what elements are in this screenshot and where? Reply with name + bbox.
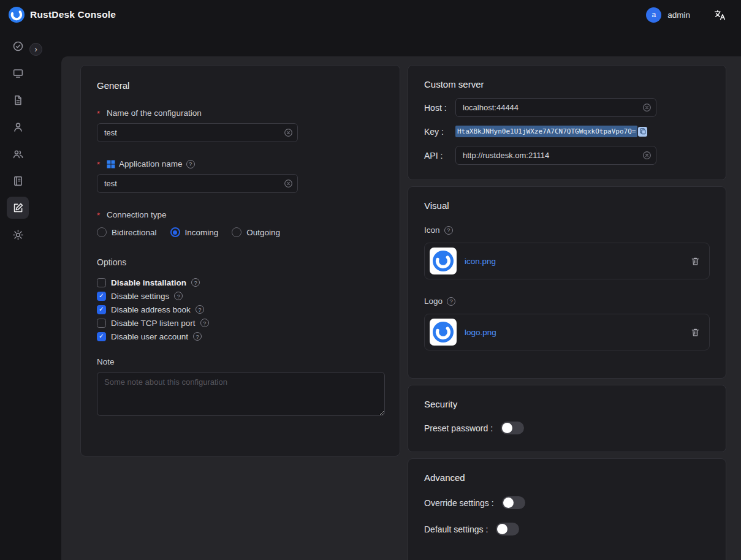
topbar: RustDesk Console a admin xyxy=(0,0,741,29)
config-name-input-wrap xyxy=(97,123,298,142)
host-label: Host : xyxy=(424,103,455,113)
checkbox-box[interactable]: ✓ xyxy=(97,305,106,314)
host-row: Host : xyxy=(424,98,710,117)
preset-password-toggle[interactable] xyxy=(501,422,524,434)
checkbox-box[interactable]: ✓ xyxy=(97,278,106,287)
visual-title: Visual xyxy=(424,200,710,211)
copy-icon[interactable] xyxy=(638,127,647,137)
preset-password-row: Preset password : xyxy=(424,422,710,434)
app-name-label: Application name xyxy=(97,159,384,168)
radio-outgoing[interactable]: Outgoing xyxy=(232,227,280,237)
icon-file-box: icon.png xyxy=(424,243,710,279)
help-icon[interactable] xyxy=(186,160,195,168)
trash-icon[interactable] xyxy=(690,327,701,338)
help-icon[interactable] xyxy=(193,332,202,341)
general-title: General xyxy=(97,80,384,91)
note-textarea[interactable] xyxy=(97,372,385,416)
api-label: API : xyxy=(424,151,455,161)
config-name-input[interactable] xyxy=(97,123,298,142)
key-value[interactable]: HtaXBkJNHyn0e1U1jWXze7A7CN7QTGWqxkOtpaVp… xyxy=(455,126,637,137)
key-label: Key : xyxy=(424,127,455,137)
preset-password-label: Preset password : xyxy=(424,423,493,433)
radio-circle[interactable] xyxy=(170,227,180,237)
general-card: General Name of the configuration Applic… xyxy=(80,65,400,456)
logo-label: Logo xyxy=(424,297,710,306)
sidebar-item-status[interactable] xyxy=(7,35,29,57)
app-name-input-wrap xyxy=(97,174,298,193)
security-title: Security xyxy=(424,399,710,409)
radio-bidirectional[interactable]: Bidirectional xyxy=(97,227,157,237)
note-label: Note xyxy=(97,357,384,366)
sidebar-item-groups[interactable] xyxy=(7,143,29,165)
icon-label: Icon xyxy=(424,225,710,235)
override-settings-row: Override settings : xyxy=(424,496,710,509)
user-name[interactable]: admin xyxy=(667,10,690,20)
override-settings-toggle[interactable] xyxy=(502,496,525,509)
checkbox-box[interactable]: ✓ xyxy=(97,292,106,301)
custom-server-card: Custom server Host : Key : HtaXBkJNHyn0e… xyxy=(408,65,726,180)
checkbox-box[interactable]: ✓ xyxy=(97,319,106,328)
sidebar-item-users[interactable] xyxy=(7,116,29,138)
key-row: Key : HtaXBkJNHyn0e1U1jWXze7A7CN7QTGWqxk… xyxy=(424,126,710,137)
logo-filename-link[interactable]: logo.png xyxy=(465,328,496,337)
clear-icon[interactable] xyxy=(642,103,652,112)
icon-filename-link[interactable]: icon.png xyxy=(465,257,496,266)
sidebar-item-logs[interactable] xyxy=(7,170,29,192)
clear-icon[interactable] xyxy=(284,128,293,137)
checkbox-disable-settings[interactable]: ✓ Disable settings xyxy=(97,291,384,301)
translate-icon[interactable] xyxy=(713,9,726,21)
brand: RustDesk Console xyxy=(9,7,116,23)
options-label: Options xyxy=(97,257,384,267)
host-input-wrap xyxy=(455,98,656,117)
api-row: API : xyxy=(424,146,710,165)
host-input[interactable] xyxy=(455,98,656,117)
app-name-input[interactable] xyxy=(97,174,298,193)
default-settings-label: Default settings : xyxy=(424,524,488,534)
sidebar-item-custom-client[interactable] xyxy=(7,197,29,219)
avatar[interactable]: a xyxy=(646,7,661,23)
key-value-box: HtaXBkJNHyn0e1U1jWXze7A7CN7QTGWqxkOtpaVp… xyxy=(455,126,647,137)
clear-icon[interactable] xyxy=(642,151,652,160)
override-settings-label: Override settings : xyxy=(424,498,494,508)
sidebar-item-settings[interactable] xyxy=(7,224,29,246)
clear-icon[interactable] xyxy=(284,179,293,188)
api-input-wrap xyxy=(455,146,656,165)
radio-circle[interactable] xyxy=(97,227,107,237)
config-name-label: Name of the configuration xyxy=(97,108,384,118)
help-icon[interactable] xyxy=(174,292,183,300)
default-settings-row: Default settings : xyxy=(424,523,710,535)
main-content: General Name of the configuration Applic… xyxy=(61,56,741,560)
radio-incoming[interactable]: Incoming xyxy=(170,227,219,237)
windows-icon xyxy=(107,160,115,168)
help-icon[interactable] xyxy=(200,319,209,327)
visual-card: Visual Icon icon.png Logo xyxy=(408,186,726,379)
checkbox-disable-user-account[interactable]: ✓ Disable user account xyxy=(97,331,384,341)
default-settings-toggle[interactable] xyxy=(496,523,519,535)
logo-file-box: logo.png xyxy=(424,314,710,350)
advanced-card: Advanced Override settings : Default set… xyxy=(408,458,726,560)
trash-icon[interactable] xyxy=(690,256,701,267)
connection-type-group: Bidirectional Incoming Outgoing xyxy=(97,227,384,237)
checkbox-disable-tcp-listen-port[interactable]: ✓ Disable TCP listen port xyxy=(97,318,384,328)
help-icon[interactable] xyxy=(196,305,204,314)
help-icon[interactable] xyxy=(447,297,455,306)
connection-type-label: Connection type xyxy=(97,210,384,219)
help-icon[interactable] xyxy=(444,226,453,235)
help-icon[interactable] xyxy=(191,278,200,287)
checkbox-disable-installation[interactable]: ✓ Disable installation xyxy=(97,278,384,287)
sidebar-item-devices[interactable] xyxy=(7,62,29,84)
sidebar-item-documents[interactable] xyxy=(7,89,29,111)
advanced-title: Advanced xyxy=(424,472,710,483)
radio-circle[interactable] xyxy=(232,227,241,237)
api-input[interactable] xyxy=(455,146,656,165)
app-title: RustDesk Console xyxy=(30,9,116,20)
icon-preview xyxy=(430,248,457,274)
security-card: Security Preset password : xyxy=(408,385,726,452)
options-list: ✓ Disable installation ✓ Disable setting… xyxy=(97,278,384,341)
sidebar xyxy=(0,29,36,560)
logo-preview xyxy=(430,319,457,346)
checkbox-box[interactable]: ✓ xyxy=(97,332,106,341)
sidebar-expand-button[interactable] xyxy=(29,43,42,56)
custom-server-title: Custom server xyxy=(424,79,710,89)
checkbox-disable-address-book[interactable]: ✓ Disable address book xyxy=(97,305,384,314)
